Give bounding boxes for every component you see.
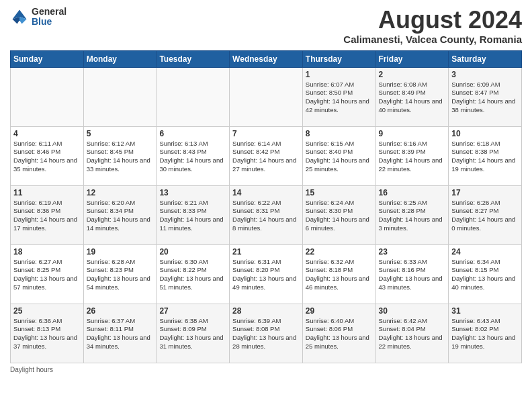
day-number: 8 [306,129,373,138]
day-number: 31 [451,306,519,316]
calendar-cell: 26Sunrise: 6:37 AM Sunset: 8:11 PM Dayli… [83,304,157,363]
calendar-cell: 6Sunrise: 6:13 AM Sunset: 8:43 PM Daylig… [157,126,230,185]
calendar-cell: 7Sunrise: 6:14 AM Sunset: 8:42 PM Daylig… [230,126,303,185]
day-number: 12 [87,188,154,197]
calendar-cell: 8Sunrise: 6:15 AM Sunset: 8:40 PM Daylig… [302,126,375,185]
day-info: Sunrise: 6:40 AM Sunset: 8:06 PM Dayligh… [306,317,373,351]
day-number: 29 [306,306,373,316]
day-info: Sunrise: 6:20 AM Sunset: 8:34 PM Dayligh… [87,199,154,233]
day-info: Sunrise: 6:34 AM Sunset: 8:15 PM Dayligh… [451,258,519,292]
day-info: Sunrise: 6:37 AM Sunset: 8:11 PM Dayligh… [87,317,154,351]
day-number: 21 [232,247,300,257]
calendar-week-5: 25Sunrise: 6:36 AM Sunset: 8:13 PM Dayli… [11,304,522,363]
col-monday: Monday [83,50,157,67]
day-info: Sunrise: 6:43 AM Sunset: 8:02 PM Dayligh… [451,317,519,351]
calendar-cell: 21Sunrise: 6:31 AM Sunset: 8:20 PM Dayli… [230,244,303,304]
day-info: Sunrise: 6:31 AM Sunset: 8:20 PM Dayligh… [232,258,300,292]
day-info: Sunrise: 6:28 AM Sunset: 8:23 PM Dayligh… [87,258,154,292]
day-number: 24 [451,247,519,257]
logo: General Blue [10,7,66,28]
day-info: Sunrise: 6:14 AM Sunset: 8:42 PM Dayligh… [232,140,300,174]
calendar-cell: 11Sunrise: 6:19 AM Sunset: 8:36 PM Dayli… [11,185,84,244]
day-info: Sunrise: 6:42 AM Sunset: 8:04 PM Dayligh… [379,317,446,351]
day-number: 1 [306,70,373,79]
day-number: 9 [379,129,446,138]
logo-general: General [32,7,66,17]
calendar-cell: 27Sunrise: 6:38 AM Sunset: 8:09 PM Dayli… [157,304,230,363]
calendar-cell: 1Sunrise: 6:07 AM Sunset: 8:50 PM Daylig… [302,67,375,126]
calendar-cell: 15Sunrise: 6:24 AM Sunset: 8:30 PM Dayli… [302,185,375,244]
calendar-cell: 18Sunrise: 6:27 AM Sunset: 8:25 PM Dayli… [11,244,84,304]
day-info: Sunrise: 6:18 AM Sunset: 8:38 PM Dayligh… [451,140,519,174]
day-number: 13 [159,188,226,197]
day-number: 28 [232,306,300,316]
day-info: Sunrise: 6:30 AM Sunset: 8:22 PM Dayligh… [159,258,226,292]
day-info: Sunrise: 6:32 AM Sunset: 8:18 PM Dayligh… [306,258,373,292]
calendar-cell: 24Sunrise: 6:34 AM Sunset: 8:15 PM Dayli… [449,244,522,304]
day-info: Sunrise: 6:07 AM Sunset: 8:50 PM Dayligh… [306,81,373,115]
calendar-week-4: 18Sunrise: 6:27 AM Sunset: 8:25 PM Dayli… [11,244,522,304]
subtitle: Calimanesti, Valcea County, Romania [343,34,522,45]
footer-note: Daylight hours [10,366,522,373]
day-number: 7 [232,129,300,138]
calendar-cell: 3Sunrise: 6:09 AM Sunset: 8:47 PM Daylig… [449,67,522,126]
day-info: Sunrise: 6:22 AM Sunset: 8:31 PM Dayligh… [232,199,300,233]
day-number: 4 [13,129,81,138]
day-info: Sunrise: 6:13 AM Sunset: 8:43 PM Dayligh… [159,140,226,174]
main-title: August 2024 [343,7,522,34]
calendar-cell: 16Sunrise: 6:25 AM Sunset: 8:28 PM Dayli… [375,185,449,244]
day-number: 14 [232,188,300,197]
page: General Blue August 2024 Calimanesti, Va… [0,0,532,411]
calendar-cell: 2Sunrise: 6:08 AM Sunset: 8:49 PM Daylig… [375,67,449,126]
day-info: Sunrise: 6:38 AM Sunset: 8:09 PM Dayligh… [159,317,226,351]
calendar-cell [230,67,303,126]
day-info: Sunrise: 6:24 AM Sunset: 8:30 PM Dayligh… [306,199,373,233]
calendar-week-2: 4Sunrise: 6:11 AM Sunset: 8:46 PM Daylig… [11,126,522,185]
day-number: 19 [87,247,154,257]
calendar-cell: 19Sunrise: 6:28 AM Sunset: 8:23 PM Dayli… [83,244,157,304]
day-number: 5 [87,129,154,138]
calendar-table: Sunday Monday Tuesday Wednesday Thursday… [10,50,522,363]
logo-text: General Blue [32,7,66,28]
calendar-cell [83,67,157,126]
calendar-cell: 14Sunrise: 6:22 AM Sunset: 8:31 PM Dayli… [230,185,303,244]
calendar-cell: 17Sunrise: 6:26 AM Sunset: 8:27 PM Dayli… [449,185,522,244]
calendar-body: 1Sunrise: 6:07 AM Sunset: 8:50 PM Daylig… [11,67,522,363]
day-info: Sunrise: 6:16 AM Sunset: 8:39 PM Dayligh… [379,140,446,174]
day-number: 11 [13,188,81,197]
calendar-week-3: 11Sunrise: 6:19 AM Sunset: 8:36 PM Dayli… [11,185,522,244]
calendar-cell: 13Sunrise: 6:21 AM Sunset: 8:33 PM Dayli… [157,185,230,244]
day-number: 10 [451,129,519,138]
calendar-cell [11,67,84,126]
day-number: 23 [379,247,446,257]
logo-icon [10,7,29,26]
day-number: 6 [159,129,226,138]
day-number: 18 [13,247,81,257]
day-info: Sunrise: 6:19 AM Sunset: 8:36 PM Dayligh… [13,199,81,233]
col-friday: Friday [375,50,449,67]
day-number: 27 [159,306,226,316]
calendar-cell: 30Sunrise: 6:42 AM Sunset: 8:04 PM Dayli… [375,304,449,363]
calendar-cell: 5Sunrise: 6:12 AM Sunset: 8:45 PM Daylig… [83,126,157,185]
day-info: Sunrise: 6:27 AM Sunset: 8:25 PM Dayligh… [13,258,81,292]
day-number: 17 [451,188,519,197]
calendar-cell: 25Sunrise: 6:36 AM Sunset: 8:13 PM Dayli… [11,304,84,363]
col-thursday: Thursday [302,50,375,67]
day-number: 20 [159,247,226,257]
logo-blue: Blue [32,17,66,27]
day-info: Sunrise: 6:21 AM Sunset: 8:33 PM Dayligh… [159,199,226,233]
calendar-cell: 31Sunrise: 6:43 AM Sunset: 8:02 PM Dayli… [449,304,522,363]
day-number: 22 [306,247,373,257]
day-number: 2 [379,70,446,79]
calendar-cell: 22Sunrise: 6:32 AM Sunset: 8:18 PM Dayli… [302,244,375,304]
col-saturday: Saturday [449,50,522,67]
col-wednesday: Wednesday [230,50,303,67]
calendar-cell: 4Sunrise: 6:11 AM Sunset: 8:46 PM Daylig… [11,126,84,185]
calendar-cell: 23Sunrise: 6:33 AM Sunset: 8:16 PM Dayli… [375,244,449,304]
day-number: 3 [451,70,519,79]
col-tuesday: Tuesday [157,50,230,67]
calendar-cell: 10Sunrise: 6:18 AM Sunset: 8:38 PM Dayli… [449,126,522,185]
day-info: Sunrise: 6:33 AM Sunset: 8:16 PM Dayligh… [379,258,446,292]
col-sunday: Sunday [11,50,84,67]
calendar-cell: 29Sunrise: 6:40 AM Sunset: 8:06 PM Dayli… [302,304,375,363]
